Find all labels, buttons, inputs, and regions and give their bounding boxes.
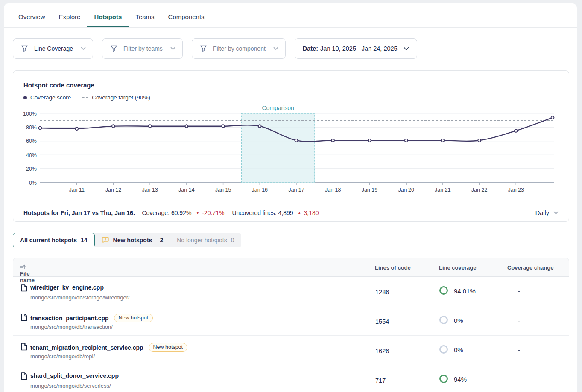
- svg-text:Jan 23: Jan 23: [508, 187, 524, 193]
- column-file-name[interactable]: File name: [20, 264, 26, 270]
- date-label: Date:: [303, 45, 318, 52]
- svg-text:Jan 14: Jan 14: [178, 187, 195, 193]
- file-name[interactable]: wiredtiger_kv_engine.cpp: [30, 284, 104, 291]
- chevron-down-icon: [273, 47, 278, 50]
- triangle-down-icon: ▼: [196, 211, 199, 215]
- coverage-chart-svg: 0%20%40%60%80%100%ComparisonJan 11Jan 12…: [14, 105, 569, 195]
- funnel-icon: [21, 45, 28, 52]
- lines-of-code-value: 1626: [375, 348, 389, 354]
- line-coverage-value: 0%: [454, 317, 463, 324]
- coverage-change-value: -: [518, 376, 520, 383]
- chevron-down-icon: [170, 47, 175, 50]
- filter-bar: Line Coverage Filter by teams Filter by …: [13, 38, 577, 59]
- tab-count: 0: [231, 237, 234, 244]
- funnel-icon: [110, 45, 117, 52]
- svg-text:Jan 18: Jan 18: [325, 187, 341, 193]
- interval-dropdown[interactable]: Daily: [535, 209, 560, 216]
- summary-title: Hotspots for Fri, Jan 17 vs Thu, Jan 16:: [23, 209, 135, 216]
- component-filter-label: Filter by component: [213, 45, 266, 52]
- table-header: File name Lines of code Line coverage Co…: [13, 258, 569, 277]
- file-path: mongo/src/mongo/db/repl/: [30, 353, 95, 360]
- file-path: mongo/src/mongo/db/storage/wiredtiger/: [30, 294, 130, 301]
- svg-text:Jan 13: Jan 13: [142, 187, 158, 193]
- teams-filter-label: Filter by teams: [123, 45, 163, 52]
- file-name[interactable]: shard_split_donor_service.cpp: [30, 372, 119, 379]
- chevron-down-icon: [553, 211, 559, 215]
- line-coverage-value: 94%: [454, 376, 467, 383]
- file-path: mongo/src/mongo/db/transaction/: [30, 324, 113, 330]
- file-icon: [21, 372, 27, 382]
- file-name[interactable]: tenant_migration_recipient_service.cpp: [30, 344, 143, 351]
- file-icon: [21, 314, 27, 323]
- chart-legend: Coverage score Coverage target (90%): [13, 89, 569, 101]
- uncovered-stat: Uncovered lines: 4,899: [232, 209, 293, 216]
- tab-overview[interactable]: Overview: [12, 9, 52, 27]
- svg-text:Jan 19: Jan 19: [362, 187, 378, 193]
- coverage-ring-icon: [439, 375, 448, 383]
- svg-text:60%: 60%: [26, 138, 37, 144]
- svg-text:Jan 22: Jan 22: [471, 187, 488, 193]
- metric-filter-dropdown[interactable]: Line Coverage: [13, 38, 93, 59]
- date-range-dropdown[interactable]: Date: Jan 10, 2025 - Jan 24, 2025: [295, 38, 417, 59]
- tab-all-current-hotspots[interactable]: All current hotspots 14: [13, 233, 95, 247]
- teams-filter-dropdown[interactable]: Filter by teams: [102, 38, 183, 59]
- legend-coverage-score: Coverage score: [23, 94, 71, 101]
- coverage-chart-card: Hotspot code coverage Coverage score Cov…: [13, 70, 569, 222]
- alert-bubble-icon: [102, 237, 109, 244]
- tab-label: New hotspots: [113, 237, 152, 244]
- column-lines-of-code: Lines of code: [375, 264, 411, 271]
- tab-teams[interactable]: Teams: [129, 9, 161, 27]
- coverage-change-value: -: [518, 346, 520, 354]
- new-hotspot-badge: New hotspot: [149, 343, 187, 352]
- lines-of-code-value: 1554: [375, 318, 389, 325]
- metric-filter-label: Line Coverage: [34, 45, 73, 52]
- svg-text:100%: 100%: [23, 111, 37, 117]
- file-icon: [21, 284, 27, 293]
- tab-count: 2: [160, 237, 163, 244]
- new-hotspot-badge: New hotspot: [114, 314, 153, 322]
- hotspots-table: File name Lines of code Line coverage Co…: [13, 258, 569, 392]
- svg-text:80%: 80%: [26, 125, 37, 131]
- triangle-up-icon: ▲: [298, 211, 301, 215]
- coverage-line-chart: 0%20%40%60%80%100%ComparisonJan 11Jan 12…: [14, 105, 569, 195]
- coverage-ring-icon: [439, 286, 448, 295]
- line-coverage-value: 94.01%: [454, 287, 476, 295]
- tab-components[interactable]: Components: [161, 9, 211, 27]
- comparison-summary: Hotspots for Fri, Jan 17 vs Thu, Jan 16:…: [23, 203, 560, 222]
- coverage-change-value: -: [518, 287, 520, 295]
- file-name[interactable]: transaction_participant.cpp: [30, 315, 109, 322]
- chart-title: Hotspot code coverage: [13, 71, 569, 89]
- table-row[interactable]: tenant_migration_recipient_service.cpp N…: [13, 336, 569, 365]
- tab-label: All current hotspots: [20, 237, 77, 244]
- table-row[interactable]: transaction_participant.cpp New hotspot …: [13, 306, 569, 336]
- svg-text:Jan 17: Jan 17: [288, 187, 304, 193]
- table-row[interactable]: shard_split_donor_service.cpp mongo/src/…: [13, 365, 569, 392]
- date-range-value: Jan 10, 2025 - Jan 24, 2025: [320, 45, 398, 52]
- svg-text:Jan 20: Jan 20: [398, 187, 414, 193]
- component-filter-dropdown[interactable]: Filter by component: [192, 38, 286, 59]
- tab-no-longer-hotspots[interactable]: No longer hotspots 0: [170, 233, 241, 247]
- tab-hotspots[interactable]: Hotspots: [87, 9, 129, 27]
- file-path: mongo/src/mongo/db/serverless/: [30, 383, 111, 389]
- tab-explore[interactable]: Explore: [52, 9, 88, 27]
- column-line-coverage: Line coverage: [439, 264, 476, 271]
- legend-label: Coverage score: [30, 94, 71, 101]
- legend-label: Coverage target (90%): [92, 94, 150, 101]
- line-coverage-value: 0%: [454, 346, 463, 354]
- hotspot-tab-group: All current hotspots 14 New hotspots 2 N…: [13, 233, 241, 247]
- column-coverage-change: Coverage change: [507, 264, 553, 271]
- coverage-change-value: -: [518, 317, 520, 324]
- svg-text:Jan 12: Jan 12: [105, 187, 122, 193]
- lines-of-code-value: 717: [375, 377, 386, 384]
- tab-new-hotspots[interactable]: New hotspots 2: [95, 233, 170, 247]
- coverage-stat: Coverage: 60.92%: [142, 209, 191, 216]
- svg-text:Comparison: Comparison: [262, 105, 294, 111]
- interval-value: Daily: [535, 209, 549, 216]
- table-row[interactable]: wiredtiger_kv_engine.cpp mongo/src/mongo…: [13, 277, 569, 306]
- top-navigation: Overview Explore Hotspots Teams Componen…: [4, 3, 577, 28]
- svg-text:Jan 16: Jan 16: [252, 187, 268, 193]
- svg-text:40%: 40%: [26, 152, 37, 158]
- funnel-icon: [200, 45, 207, 52]
- tab-count: 14: [81, 237, 88, 244]
- chevron-down-icon: [404, 47, 409, 51]
